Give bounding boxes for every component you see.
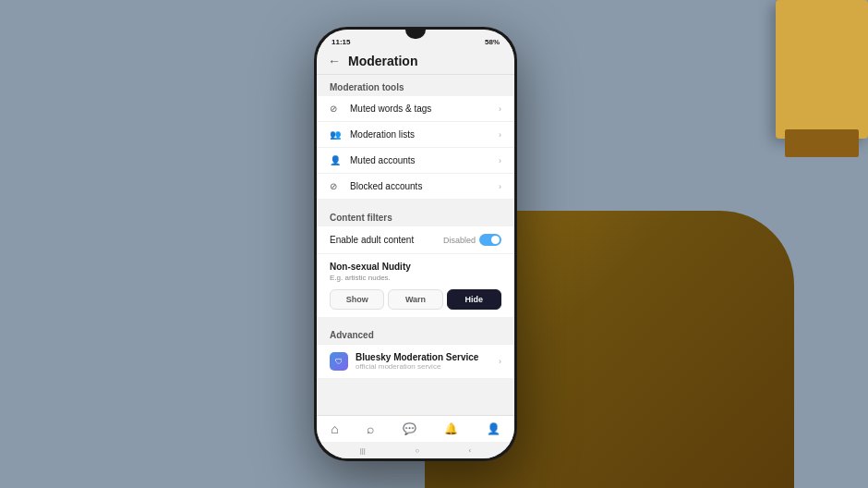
- bluesky-service-item[interactable]: 🛡 Bluesky Moderation Service official mo…: [317, 344, 514, 378]
- content-area: Moderation tools ⊘ Muted words & tags › …: [317, 75, 514, 415]
- moderation-lists-item[interactable]: 👥 Moderation lists ›: [317, 122, 514, 148]
- blocked-accounts-label: Blocked accounts: [350, 181, 422, 191]
- nudity-title: Non-sexual Nudity: [330, 262, 501, 272]
- gesture-home: ○: [415, 446, 419, 455]
- person-icon: 👤: [330, 155, 343, 165]
- nudity-button-group: Show Warn Hide: [330, 289, 501, 310]
- chevron-right-icon: ›: [499, 182, 501, 191]
- people-icon: 👥: [330, 129, 343, 140]
- blocked-accounts-item[interactable]: ⊘ Blocked accounts ›: [317, 174, 514, 200]
- chevron-right-icon: ›: [499, 156, 501, 165]
- chat-icon: 💬: [403, 422, 416, 435]
- search-icon: ⌕: [367, 421, 374, 436]
- menu-item-left: 👤 Muted accounts: [330, 155, 416, 165]
- muted-words-label: Muted words & tags: [350, 104, 431, 114]
- bell-icon: 🔔: [444, 422, 458, 435]
- service-info: Bluesky Moderation Service official mode…: [356, 352, 491, 371]
- bottom-nav: ⌂ ⌕ 💬 🔔 👤: [317, 415, 514, 442]
- corner-object: [776, 0, 868, 139]
- chevron-right-icon: ›: [499, 357, 501, 366]
- moderation-lists-label: Moderation lists: [350, 129, 415, 140]
- nav-chat[interactable]: 💬: [403, 422, 416, 435]
- status-battery: 58%: [485, 38, 500, 46]
- muted-words-item[interactable]: ⊘ Muted words & tags ›: [317, 96, 514, 122]
- chevron-right-icon: ›: [499, 130, 501, 140]
- menu-item-left: ⊘ Blocked accounts: [330, 181, 422, 191]
- profile-icon: 👤: [487, 422, 500, 435]
- toggle-area: Disabled: [443, 234, 501, 246]
- home-icon: ⌂: [331, 421, 338, 436]
- phone-screen: 11:15 58% ← Moderation Moderation tools …: [317, 30, 514, 458]
- status-left: 11:15: [332, 38, 350, 46]
- content-filters-header: Content filters: [317, 205, 514, 226]
- menu-item-left: ⊘ Muted words & tags: [330, 104, 431, 114]
- gesture-lines: |||: [360, 446, 366, 455]
- page-title: Moderation: [348, 54, 417, 68]
- hide-button[interactable]: Hide: [447, 289, 501, 310]
- filter-icon: ⊘: [330, 104, 343, 114]
- advanced-header: Advanced: [317, 323, 514, 344]
- nav-bell[interactable]: 🔔: [444, 422, 458, 435]
- chevron-right-icon: ›: [499, 104, 501, 114]
- muted-accounts-item[interactable]: 👤 Muted accounts ›: [317, 148, 514, 174]
- top-bar: ← Moderation: [317, 50, 514, 75]
- back-button[interactable]: ←: [328, 54, 341, 68]
- menu-item-left: 👥 Moderation lists: [330, 129, 415, 140]
- nav-search[interactable]: ⌕: [367, 421, 374, 436]
- nav-profile[interactable]: 👤: [487, 422, 500, 435]
- status-time: 11:15: [332, 38, 350, 46]
- service-name: Bluesky Moderation Service: [356, 352, 491, 362]
- nudity-section: Non-sexual Nudity E.g. artistic nudes. S…: [317, 254, 514, 317]
- phone-device: 11:15 58% ← Moderation Moderation tools …: [314, 27, 517, 461]
- toggle-status: Disabled: [443, 236, 476, 245]
- warn-button[interactable]: Warn: [388, 289, 442, 310]
- show-button[interactable]: Show: [330, 289, 384, 310]
- moderation-tools-header: Moderation tools: [317, 75, 514, 96]
- service-icon: 🛡: [330, 352, 348, 371]
- status-right: 58%: [485, 38, 500, 46]
- gesture-bar: ||| ○ ‹: [317, 442, 514, 458]
- muted-accounts-label: Muted accounts: [350, 155, 416, 165]
- adult-content-toggle[interactable]: [479, 234, 501, 246]
- block-icon: ⊘: [330, 181, 343, 191]
- nav-home[interactable]: ⌂: [331, 421, 338, 436]
- adult-content-row: Enable adult content Disabled: [317, 226, 514, 254]
- nudity-description: E.g. artistic nudes.: [330, 274, 501, 282]
- toggle-knob: [491, 236, 500, 244]
- service-sub: official moderation service: [356, 362, 491, 371]
- adult-content-label: Enable adult content: [330, 235, 414, 245]
- gesture-back: ‹: [469, 446, 472, 455]
